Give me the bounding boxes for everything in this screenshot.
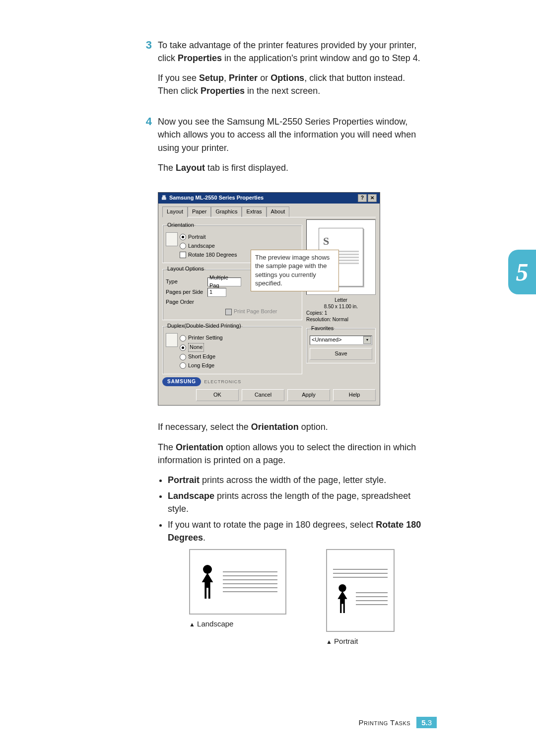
favorites-group: Favorites <Unnamed> ▾ Save <box>306 325 376 363</box>
step-number: 3 <box>138 39 158 104</box>
footer-section: Printing Tasks <box>359 718 411 727</box>
text: , <box>224 73 229 83</box>
text: . <box>203 533 205 543</box>
text: tab is first displayed. <box>205 163 288 173</box>
text: or <box>258 73 270 83</box>
chevron-down-icon[interactable]: ▾ <box>363 336 371 344</box>
check-rotate180[interactable] <box>180 252 186 258</box>
group-legend: Layout Options <box>166 265 205 273</box>
type-combo[interactable]: Multiple Pag <box>207 277 241 286</box>
triangle-icon: ▲ <box>189 621 195 628</box>
text: in the next screen. <box>245 86 320 96</box>
radio-label: Long Edge <box>188 362 214 370</box>
radio-printer-setting[interactable] <box>180 335 186 342</box>
tab-graphics[interactable]: Graphics <box>211 206 242 217</box>
radio-short-edge[interactable] <box>180 354 186 360</box>
text: If you want to rotate the page in 180 de… <box>168 520 376 530</box>
save-button[interactable]: Save <box>310 348 372 360</box>
text-bold: Printer <box>229 73 258 83</box>
radio-landscape[interactable] <box>180 243 186 249</box>
list-item: If you want to rotate the page in 180 de… <box>168 518 426 544</box>
text: in the application's print window and go… <box>222 53 420 63</box>
radio-label: Landscape <box>188 242 215 250</box>
text-bold: Layout <box>176 163 205 173</box>
orientation-help-text: If necessary, select the Orientation opt… <box>158 420 426 647</box>
text-bold: Properties <box>178 53 222 63</box>
radio-label: Printer Setting <box>188 334 223 342</box>
text-bold: Portrait <box>168 475 200 485</box>
preview-meta: Copies: 1 Resolution: Normal <box>306 310 376 323</box>
meta-line: Copies: 1 <box>306 310 376 316</box>
dialog-button-row: OK Cancel Apply Help <box>162 389 376 401</box>
footer-chapter: 5. <box>421 718 428 727</box>
person-icon <box>335 584 350 613</box>
preview-meta: Letter 8.50 x 11.00 in. <box>306 297 376 310</box>
meta-line: Resolution: Normal <box>306 316 376 323</box>
text: The <box>158 442 176 452</box>
help-icon[interactable]: ? <box>358 194 367 202</box>
footer-page-badge: 5.3 <box>416 717 437 728</box>
check-label: Print Page Border <box>234 308 277 316</box>
step-body: Now you see the Samsung ML-2550 Series P… <box>158 115 426 181</box>
meta-line: 8.50 x 11.00 in. <box>306 303 376 310</box>
preview-callout: The preview image shows the sample page … <box>251 250 339 291</box>
text-bold: Orientation <box>176 442 223 452</box>
tab-paper[interactable]: Paper <box>188 206 211 217</box>
dialog-titlebar: 🖶 Samsung ML-2550 Series Properties ? ✕ <box>158 193 380 204</box>
dialog-title: Samsung ML-2550 Series Properties <box>169 194 264 202</box>
apply-button[interactable]: Apply <box>287 389 330 401</box>
radio-long-edge[interactable] <box>180 362 186 369</box>
text: If necessary, select the <box>158 422 251 432</box>
text-bold: Setup <box>199 73 224 83</box>
check-page-border[interactable] <box>225 309 232 315</box>
combo-value: <Unnamed> <box>312 336 342 344</box>
person-icon <box>198 565 217 599</box>
list-item: Landscape prints across the length of th… <box>168 489 426 515</box>
radio-none[interactable] <box>180 344 186 351</box>
cancel-button[interactable]: Cancel <box>242 389 284 401</box>
brand-sub: ELECTRONICS <box>204 379 241 385</box>
sample-label: Landscape <box>197 619 233 628</box>
landscape-sample: ▲ Landscape <box>189 549 286 647</box>
check-label: Rotate 180 Degrees <box>188 251 237 259</box>
text: prints across the width of the page, let… <box>200 475 386 485</box>
text-bold: Properties <box>201 86 245 96</box>
radio-label: Portrait <box>188 233 205 241</box>
footer-page: 3 <box>428 718 432 727</box>
brand-name: SAMSUNG <box>162 377 201 387</box>
sample-label: Portrait <box>334 637 358 645</box>
chapter-side-tab: 5 <box>508 250 536 294</box>
brand-logo: SAMSUNG ELECTRONICS <box>162 377 302 387</box>
radio-portrait[interactable] <box>180 234 186 240</box>
main-content: 3 To take advantage of the printer featu… <box>138 39 426 647</box>
radio-label: Short Edge <box>188 353 215 361</box>
favorites-combo[interactable]: <Unnamed> ▾ <box>310 336 372 345</box>
tab-layout[interactable]: Layout <box>162 206 188 217</box>
pages-per-side-field[interactable]: 1 <box>207 288 226 297</box>
text: The <box>158 163 176 173</box>
help-button[interactable]: Help <box>333 389 376 401</box>
step-4: 4 Now you see the Samsung ML-2550 Series… <box>138 115 426 181</box>
orientation-thumb-icon <box>166 232 178 246</box>
step-body: To take advantage of the printer feature… <box>158 39 426 104</box>
tab-about[interactable]: About <box>267 206 290 217</box>
group-legend: Duplex(Double-Sided Printing) <box>166 322 243 330</box>
close-icon[interactable]: ✕ <box>368 194 377 202</box>
ok-button[interactable]: OK <box>196 389 239 401</box>
text-bold: Landscape <box>168 491 214 501</box>
field-label: Type <box>166 278 204 286</box>
portrait-sample: ▲ Portrait <box>326 549 395 647</box>
group-legend: Favorites <box>310 325 335 333</box>
text: option. <box>299 422 328 432</box>
text-bold: Options <box>270 73 304 83</box>
field-label: Page Order <box>166 298 204 306</box>
radio-label: None <box>188 343 204 352</box>
duplex-group: Duplex(Double-Sided Printing) Printer Se… <box>162 322 302 374</box>
text: Now you see the Samsung ML-2550 Series P… <box>158 115 426 154</box>
step-number: 4 <box>138 115 158 181</box>
tab-extras[interactable]: Extras <box>242 206 266 217</box>
step-3: 3 To take advantage of the printer featu… <box>138 39 426 104</box>
tab-row: Layout Paper Graphics Extras About <box>162 206 376 217</box>
text: If you see <box>158 73 199 83</box>
text-bold: Orientation <box>251 422 299 432</box>
